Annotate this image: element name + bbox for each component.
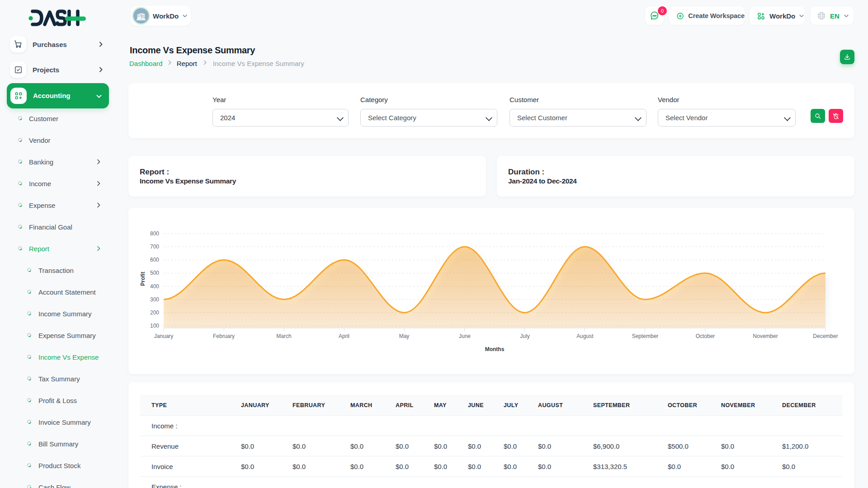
svg-text:100: 100 (150, 323, 159, 329)
svg-text:June: June (459, 333, 471, 339)
svg-text:700: 700 (150, 244, 159, 250)
svg-text:500: 500 (150, 270, 159, 276)
svg-text:400: 400 (150, 283, 159, 290)
svg-text:600: 600 (150, 257, 159, 263)
svg-text:200: 200 (150, 310, 159, 316)
svg-text:Months: Months (485, 346, 505, 352)
svg-text:September: September (632, 333, 659, 339)
svg-text:March: March (276, 333, 291, 339)
svg-text:Profit: Profit (140, 272, 146, 286)
svg-text:October: October (696, 333, 715, 339)
svg-text:January: January (154, 333, 174, 339)
svg-text:November: November (753, 333, 778, 339)
svg-text:February: February (213, 333, 235, 339)
svg-text:December: December (813, 333, 838, 339)
svg-text:300: 300 (150, 296, 159, 303)
svg-text:May: May (399, 333, 410, 339)
svg-text:August: August (576, 333, 594, 339)
svg-text:April: April (339, 333, 349, 339)
svg-text:800: 800 (150, 230, 159, 237)
svg-text:July: July (520, 333, 529, 339)
